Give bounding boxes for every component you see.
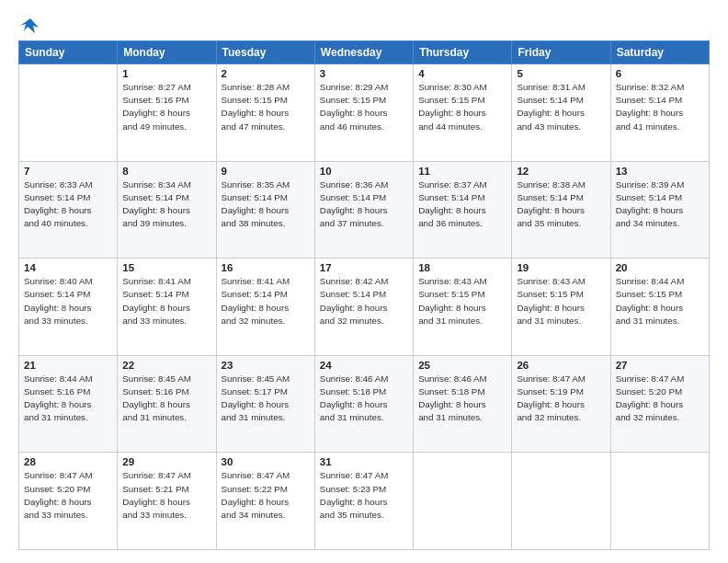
day-number: 1 xyxy=(122,68,210,79)
col-header-monday: Monday xyxy=(118,41,216,64)
col-header-wednesday: Wednesday xyxy=(314,41,413,64)
day-cell xyxy=(610,453,709,550)
col-header-saturday: Saturday xyxy=(610,41,709,64)
col-header-sunday: Sunday xyxy=(19,41,118,64)
day-content: Sunrise: 8:28 AM Sunset: 5:15 PM Dayligh… xyxy=(222,81,310,133)
day-content: Sunrise: 8:47 AM Sunset: 5:19 PM Dayligh… xyxy=(517,373,605,425)
day-content: Sunrise: 8:34 AM Sunset: 5:14 PM Dayligh… xyxy=(122,178,210,231)
day-content: Sunrise: 8:47 AM Sunset: 5:21 PM Dayligh… xyxy=(122,469,210,522)
week-row-5: 28Sunrise: 8:47 AM Sunset: 5:20 PM Dayli… xyxy=(19,453,710,550)
day-number: 21 xyxy=(24,360,112,371)
day-cell: 26Sunrise: 8:47 AM Sunset: 5:19 PM Dayli… xyxy=(512,355,610,453)
day-content: Sunrise: 8:40 AM Sunset: 5:14 PM Dayligh… xyxy=(24,275,112,327)
day-content: Sunrise: 8:43 AM Sunset: 5:15 PM Dayligh… xyxy=(517,275,605,327)
day-number: 23 xyxy=(222,360,310,371)
day-cell xyxy=(414,453,512,550)
header xyxy=(18,17,710,31)
logo-bird-icon xyxy=(20,17,40,35)
day-cell: 15Sunrise: 8:41 AM Sunset: 5:14 PM Dayli… xyxy=(118,259,216,356)
day-content: Sunrise: 8:32 AM Sunset: 5:14 PM Dayligh… xyxy=(616,81,704,133)
day-cell: 19Sunrise: 8:43 AM Sunset: 5:15 PM Dayli… xyxy=(512,259,610,356)
day-number: 13 xyxy=(616,166,704,177)
day-cell: 4Sunrise: 8:30 AM Sunset: 5:15 PM Daylig… xyxy=(414,64,512,162)
day-number: 30 xyxy=(222,456,310,467)
day-cell: 31Sunrise: 8:47 AM Sunset: 5:23 PM Dayli… xyxy=(314,453,413,550)
day-content: Sunrise: 8:30 AM Sunset: 5:15 PM Dayligh… xyxy=(418,81,506,133)
day-number: 12 xyxy=(517,166,605,177)
day-cell: 24Sunrise: 8:46 AM Sunset: 5:18 PM Dayli… xyxy=(314,355,413,453)
day-number: 22 xyxy=(122,360,210,371)
day-number: 20 xyxy=(616,262,704,273)
week-row-1: 1Sunrise: 8:27 AM Sunset: 5:16 PM Daylig… xyxy=(19,64,710,162)
day-content: Sunrise: 8:44 AM Sunset: 5:16 PM Dayligh… xyxy=(24,373,112,425)
day-cell: 30Sunrise: 8:47 AM Sunset: 5:22 PM Dayli… xyxy=(216,453,314,550)
day-number: 29 xyxy=(122,456,210,467)
week-row-4: 21Sunrise: 8:44 AM Sunset: 5:16 PM Dayli… xyxy=(19,355,710,453)
day-content: Sunrise: 8:41 AM Sunset: 5:14 PM Dayligh… xyxy=(222,275,310,327)
day-cell: 10Sunrise: 8:36 AM Sunset: 5:14 PM Dayli… xyxy=(314,161,413,259)
day-number: 9 xyxy=(222,166,310,177)
calendar-page: SundayMondayTuesdayWednesdayThursdayFrid… xyxy=(0,0,728,563)
day-cell: 5Sunrise: 8:31 AM Sunset: 5:14 PM Daylig… xyxy=(512,64,610,162)
day-content: Sunrise: 8:39 AM Sunset: 5:14 PM Dayligh… xyxy=(616,178,704,231)
day-content: Sunrise: 8:27 AM Sunset: 5:16 PM Dayligh… xyxy=(122,81,210,133)
day-number: 25 xyxy=(418,360,506,371)
day-content: Sunrise: 8:47 AM Sunset: 5:22 PM Dayligh… xyxy=(222,469,310,522)
day-cell: 3Sunrise: 8:29 AM Sunset: 5:15 PM Daylig… xyxy=(314,64,413,162)
day-cell: 16Sunrise: 8:41 AM Sunset: 5:14 PM Dayli… xyxy=(216,259,314,356)
day-content: Sunrise: 8:45 AM Sunset: 5:17 PM Dayligh… xyxy=(222,373,310,425)
day-content: Sunrise: 8:37 AM Sunset: 5:14 PM Dayligh… xyxy=(418,178,506,231)
day-cell: 21Sunrise: 8:44 AM Sunset: 5:16 PM Dayli… xyxy=(19,355,118,453)
header-row: SundayMondayTuesdayWednesdayThursdayFrid… xyxy=(19,41,710,64)
day-number: 11 xyxy=(418,166,506,177)
day-number: 7 xyxy=(24,166,112,177)
day-content: Sunrise: 8:47 AM Sunset: 5:20 PM Dayligh… xyxy=(616,373,704,425)
day-number: 10 xyxy=(320,166,408,177)
day-cell: 11Sunrise: 8:37 AM Sunset: 5:14 PM Dayli… xyxy=(414,161,512,259)
week-row-3: 14Sunrise: 8:40 AM Sunset: 5:14 PM Dayli… xyxy=(19,259,710,356)
day-content: Sunrise: 8:33 AM Sunset: 5:14 PM Dayligh… xyxy=(24,178,112,231)
col-header-friday: Friday xyxy=(512,41,610,64)
day-number: 2 xyxy=(222,68,310,79)
day-number: 16 xyxy=(222,262,310,273)
logo xyxy=(18,17,40,31)
day-cell xyxy=(512,453,610,550)
day-number: 28 xyxy=(24,456,112,467)
day-cell: 14Sunrise: 8:40 AM Sunset: 5:14 PM Dayli… xyxy=(19,259,118,356)
day-number: 18 xyxy=(418,262,506,273)
day-content: Sunrise: 8:44 AM Sunset: 5:15 PM Dayligh… xyxy=(616,275,704,327)
calendar-table: SundayMondayTuesdayWednesdayThursdayFrid… xyxy=(18,40,710,550)
day-number: 31 xyxy=(320,456,408,467)
day-cell: 13Sunrise: 8:39 AM Sunset: 5:14 PM Dayli… xyxy=(610,161,709,259)
day-number: 27 xyxy=(616,360,704,371)
col-header-tuesday: Tuesday xyxy=(216,41,314,64)
day-cell: 22Sunrise: 8:45 AM Sunset: 5:16 PM Dayli… xyxy=(118,355,216,453)
day-content: Sunrise: 8:46 AM Sunset: 5:18 PM Dayligh… xyxy=(320,373,408,425)
day-cell: 28Sunrise: 8:47 AM Sunset: 5:20 PM Dayli… xyxy=(19,453,118,550)
day-cell: 29Sunrise: 8:47 AM Sunset: 5:21 PM Dayli… xyxy=(118,453,216,550)
day-content: Sunrise: 8:43 AM Sunset: 5:15 PM Dayligh… xyxy=(418,275,506,327)
day-cell: 20Sunrise: 8:44 AM Sunset: 5:15 PM Dayli… xyxy=(610,259,709,356)
day-cell: 17Sunrise: 8:42 AM Sunset: 5:14 PM Dayli… xyxy=(314,259,413,356)
svg-marker-0 xyxy=(20,18,39,33)
calendar-header: SundayMondayTuesdayWednesdayThursdayFrid… xyxy=(19,41,710,64)
day-cell: 1Sunrise: 8:27 AM Sunset: 5:16 PM Daylig… xyxy=(118,64,216,162)
day-number: 4 xyxy=(418,68,506,79)
day-content: Sunrise: 8:35 AM Sunset: 5:14 PM Dayligh… xyxy=(222,178,310,231)
col-header-thursday: Thursday xyxy=(414,41,512,64)
day-cell: 6Sunrise: 8:32 AM Sunset: 5:14 PM Daylig… xyxy=(610,64,709,162)
day-number: 15 xyxy=(122,262,210,273)
day-cell: 2Sunrise: 8:28 AM Sunset: 5:15 PM Daylig… xyxy=(216,64,314,162)
day-cell: 9Sunrise: 8:35 AM Sunset: 5:14 PM Daylig… xyxy=(216,161,314,259)
day-cell: 27Sunrise: 8:47 AM Sunset: 5:20 PM Dayli… xyxy=(610,355,709,453)
day-number: 19 xyxy=(517,262,605,273)
day-cell: 25Sunrise: 8:46 AM Sunset: 5:18 PM Dayli… xyxy=(414,355,512,453)
day-content: Sunrise: 8:31 AM Sunset: 5:14 PM Dayligh… xyxy=(517,81,605,133)
day-number: 6 xyxy=(616,68,704,79)
day-number: 5 xyxy=(517,68,605,79)
day-content: Sunrise: 8:29 AM Sunset: 5:15 PM Dayligh… xyxy=(320,81,408,133)
day-content: Sunrise: 8:36 AM Sunset: 5:14 PM Dayligh… xyxy=(320,178,408,231)
day-number: 17 xyxy=(320,262,408,273)
day-cell: 18Sunrise: 8:43 AM Sunset: 5:15 PM Dayli… xyxy=(414,259,512,356)
day-cell xyxy=(19,64,118,162)
